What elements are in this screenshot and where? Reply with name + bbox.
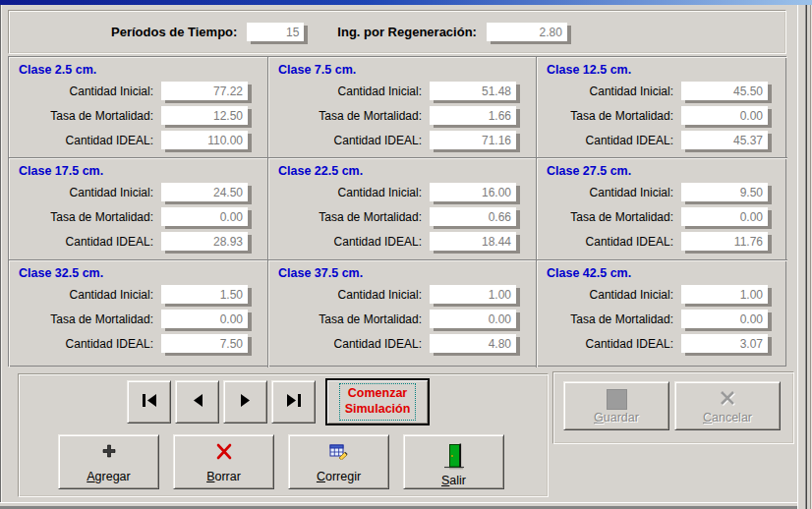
save-button[interactable]: Guardar [563,381,669,430]
initial-amount-input[interactable]: 24.50 [161,183,248,201]
mortality-rate-label: Tasa de Mortalidad: [570,210,673,224]
class-panel: Clase 37.5 cm. Cantidad Inicial: 1.00 Ta… [268,260,537,368]
last-record-button[interactable] [271,380,316,424]
class-panel: Clase 42.5 cm. Cantidad Inicial: 1.00 Ta… [537,260,787,368]
ideal-amount-input[interactable]: 4.80 [430,334,516,353]
class-title: Clase 32.5 cm. [9,266,267,280]
record-navigator [127,380,319,424]
ideal-amount-label: Cantidad IDEAL: [66,337,153,351]
ideal-amount-input[interactable]: 11.76 [681,232,768,251]
add-button[interactable]: Agregar [58,434,159,489]
cancel-button[interactable]: Cancelar [674,381,781,430]
initial-amount-input[interactable]: 1.00 [430,285,516,304]
initial-amount-input[interactable]: 77.22 [161,82,248,100]
class-title: Clase 7.5 cm. [268,63,536,77]
mortality-rate-input[interactable]: 0.66 [430,207,516,226]
class-panel: Clase 2.5 cm. Cantidad Inicial: 77.22 Ta… [9,57,268,158]
class-panel: Clase 32.5 cm. Cantidad Inicial: 1.50 Ta… [9,260,268,368]
regeneration-input[interactable]: 2.80 [487,23,567,41]
initial-amount-label: Cantidad Inicial: [590,288,673,302]
exit-door-icon [442,443,466,474]
first-record-button[interactable] [127,380,171,424]
ideal-amount-input[interactable]: 18.44 [430,232,516,251]
next-record-icon [239,393,253,412]
previous-record-icon [191,393,204,412]
mortality-rate-label: Tasa de Mortalidad: [50,210,153,224]
ideal-amount-label: Cantidad IDEAL: [66,134,153,147]
ideal-amount-label: Cantidad IDEAL: [586,134,673,147]
periods-value: 15 [286,26,299,39]
record-controls-panel: Comenzar Simulación Agregar Borrar [18,373,549,497]
ideal-amount-input[interactable]: 7.50 [161,334,248,353]
initial-amount-input[interactable]: 51.48 [430,82,516,100]
exit-button[interactable]: Salir [403,434,504,489]
form-content: Períodos de Tiempo: 15 Ing. por Regenera… [2,5,797,502]
mortality-rate-label: Tasa de Mortalidad: [319,312,422,326]
periods-label: Períodos de Tiempo: [111,25,237,39]
simulation-form-window: Períodos de Tiempo: 15 Ing. por Regenera… [0,0,812,509]
delete-button[interactable]: Borrar [173,434,274,489]
window-frame-right [797,5,812,509]
initial-amount-input[interactable]: 45.50 [681,82,768,100]
next-record-button[interactable] [223,380,267,424]
ideal-amount-input[interactable]: 110.00 [161,131,248,149]
initial-amount-input[interactable]: 1.50 [161,285,248,304]
mortality-rate-label: Tasa de Mortalidad: [319,210,422,224]
periods-input[interactable]: 15 [247,23,304,41]
plus-icon [101,443,117,463]
class-title: Clase 12.5 cm. [537,63,787,77]
initial-amount-label: Cantidad Inicial: [70,186,153,199]
ideal-amount-label: Cantidad IDEAL: [66,235,153,249]
mortality-rate-label: Tasa de Mortalidad: [50,109,153,123]
header-panel: Períodos de Tiempo: 15 Ing. por Regenera… [8,10,786,54]
mortality-rate-input[interactable]: 0.00 [681,106,768,125]
mortality-rate-input[interactable]: 1.66 [430,106,516,125]
mortality-rate-label: Tasa de Mortalidad: [570,109,673,123]
action-buttons: Agregar Borrar [58,434,504,489]
mortality-rate-input[interactable]: 12.50 [161,106,248,125]
mortality-rate-input[interactable]: 0.00 [161,207,248,226]
previous-record-button[interactable] [175,380,219,424]
initial-amount-input[interactable]: 16.00 [430,183,516,201]
ideal-amount-input[interactable]: 3.07 [681,334,768,353]
save-icon [607,389,627,410]
initial-amount-label: Cantidad Inicial: [70,288,153,302]
start-simulation-label: Comenzar Simulación [339,383,417,420]
cancel-button-label: Cancelar [703,411,752,424]
class-panel: Clase 22.5 cm. Cantidad Inicial: 16.00 T… [268,158,537,260]
ideal-amount-input[interactable]: 45.37 [681,131,768,149]
edit-button[interactable]: Corregir [288,434,389,489]
class-panel: Clase 17.5 cm. Cantidad Inicial: 24.50 T… [9,158,268,260]
class-title: Clase 37.5 cm. [268,266,536,280]
initial-amount-label: Cantidad Inicial: [590,85,673,98]
delete-button-label: Borrar [206,470,241,483]
class-panel: Clase 7.5 cm. Cantidad Inicial: 51.48 Ta… [268,57,537,158]
regeneration-value: 2.80 [540,26,562,39]
class-panel: Clase 27.5 cm. Cantidad Inicial: 9.50 Ta… [537,158,787,260]
mortality-rate-input[interactable]: 0.00 [681,207,768,226]
ideal-amount-input[interactable]: 28.93 [161,232,248,251]
initial-amount-label: Cantidad Inicial: [70,85,153,98]
initial-amount-label: Cantidad Inicial: [590,186,673,199]
mortality-rate-input[interactable]: 0.00 [161,310,248,328]
edit-button-label: Corregir [317,470,361,483]
mortality-rate-input[interactable]: 0.00 [430,310,516,328]
class-title: Clase 27.5 cm. [537,164,787,178]
mortality-rate-input[interactable]: 0.00 [681,310,768,328]
ideal-amount-input[interactable]: 71.16 [430,131,516,149]
class-title: Clase 2.5 cm. [9,63,267,77]
regeneration-label: Ing. por Regeneración: [337,25,477,39]
initial-amount-label: Cantidad Inicial: [338,288,422,302]
first-record-icon [141,393,158,412]
class-title: Clase 22.5 cm. [268,164,536,178]
add-button-label: Agregar [87,470,130,483]
class-title: Clase 17.5 cm. [9,164,267,178]
mortality-rate-label: Tasa de Mortalidad: [319,109,422,123]
initial-amount-input[interactable]: 1.00 [681,285,768,304]
mortality-rate-label: Tasa de Mortalidad: [50,312,153,326]
start-simulation-button[interactable]: Comenzar Simulación [325,378,430,425]
red-x-icon [215,443,233,464]
initial-amount-input[interactable]: 9.50 [681,183,768,201]
save-button-label: Guardar [594,411,639,424]
cancel-x-icon [718,389,737,411]
